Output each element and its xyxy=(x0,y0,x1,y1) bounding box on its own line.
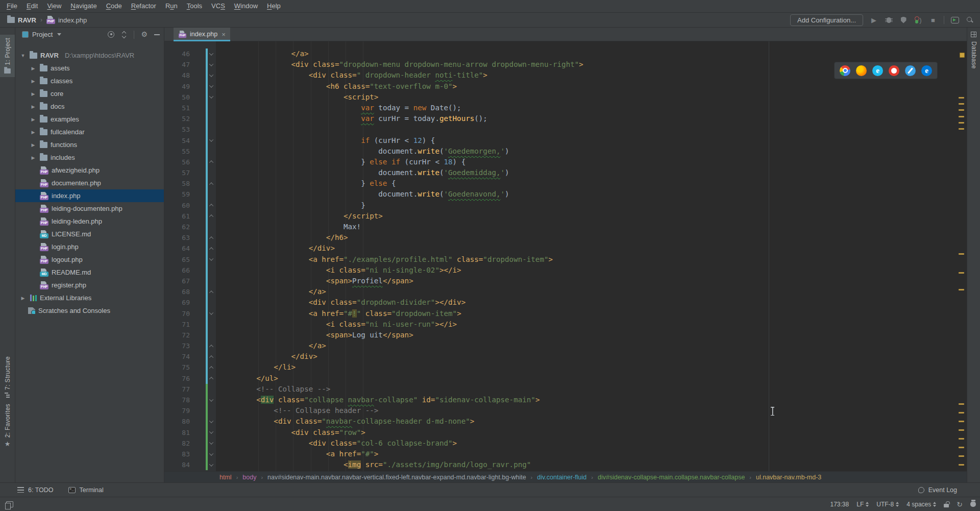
breadcrumb-file[interactable]: index.php xyxy=(58,16,87,24)
tool-window-toggle-icon[interactable] xyxy=(6,501,13,507)
menu-refactor[interactable]: Refactor xyxy=(127,0,161,12)
code-line-49[interactable]: 49 <h6 class="text-overflow m-0"> xyxy=(164,81,967,92)
readonly-lock-button[interactable] xyxy=(944,501,949,507)
breadcrumb-div[interactable]: div.container-fluid xyxy=(537,474,586,481)
warning-stripe-mark[interactable] xyxy=(959,116,964,117)
fold-marker[interactable] xyxy=(209,236,213,240)
ie-browser-icon[interactable] xyxy=(872,65,883,76)
locate-file-button[interactable] xyxy=(108,31,114,38)
fold-marker[interactable] xyxy=(209,51,213,55)
tool-button-project[interactable]: 1: Project xyxy=(0,35,15,77)
code-line-60[interactable]: 60 } xyxy=(164,200,967,211)
fold-marker[interactable] xyxy=(209,182,213,186)
tree-item-license-md[interactable]: MDLICENSE.md xyxy=(15,228,164,240)
code-line-77[interactable]: 77 <!-- Collapse --> xyxy=(164,384,967,395)
firefox-browser-icon[interactable] xyxy=(856,65,867,76)
breadcrumb-project[interactable]: RAVR xyxy=(18,16,36,24)
tree-item-leiding-leden-php[interactable]: PHPleiding-leden.php xyxy=(15,215,164,228)
warning-stripe-mark[interactable] xyxy=(959,438,964,440)
fold-marker[interactable] xyxy=(209,215,213,219)
ide-update-icon[interactable]: ↻ xyxy=(957,500,963,508)
menu-view[interactable]: View xyxy=(42,0,66,12)
code-line-51[interactable]: 51 var today = new Date(); xyxy=(164,103,967,113)
fold-marker[interactable] xyxy=(209,419,213,423)
fold-marker[interactable] xyxy=(209,247,213,251)
fold-marker[interactable] xyxy=(209,451,213,455)
tree-item-external-libraries[interactable]: ▶External Libraries xyxy=(15,291,164,304)
warning-stripe-mark[interactable] xyxy=(959,289,964,290)
fold-marker[interactable] xyxy=(209,72,213,77)
code-line-56[interactable]: 56 } else if (curHr < 18) { xyxy=(164,157,967,167)
warning-stripe-mark[interactable] xyxy=(959,464,964,466)
hide-panel-button[interactable] xyxy=(154,34,160,35)
code-line-80[interactable]: 80 <div class="navbar-collapse-header d-… xyxy=(164,416,967,427)
code-line-69[interactable]: 69 <div class="dropdown-divider"></div> xyxy=(164,297,967,308)
coverage-button[interactable] xyxy=(899,16,908,24)
fold-marker[interactable] xyxy=(209,355,213,359)
fold-marker[interactable] xyxy=(209,94,213,99)
tree-item-readme-md[interactable]: MDREADME.md xyxy=(15,266,164,279)
breadcrumb-ul[interactable]: ul.navbar-nav.mb-md-3 xyxy=(756,474,821,481)
fold-marker[interactable] xyxy=(209,441,213,445)
code-line-67[interactable]: 67 <span>Profiel</span> xyxy=(164,276,967,286)
search-everywhere-button[interactable] xyxy=(966,16,974,24)
tree-item-scratches-and-consoles[interactable]: Scratches and Consoles xyxy=(15,304,164,317)
code-line-75[interactable]: 75 </li> xyxy=(164,362,967,373)
code-line-64[interactable]: 64 </div> xyxy=(164,243,967,254)
warning-stripe-mark[interactable] xyxy=(959,429,964,431)
code-line-61[interactable]: 61 </script> xyxy=(164,211,967,222)
fold-marker[interactable] xyxy=(209,62,213,66)
code-line-54[interactable]: 54 if (curHr < 12) { xyxy=(164,135,967,146)
fold-marker[interactable] xyxy=(209,204,213,208)
tool-button-structure[interactable]: 7: Structure xyxy=(3,353,12,401)
menu-run[interactable]: Run xyxy=(161,0,182,12)
fold-marker[interactable] xyxy=(209,137,213,141)
edge-browser-icon[interactable] xyxy=(921,65,932,76)
fold-marker[interactable] xyxy=(209,377,213,381)
tree-item-fullcalendar[interactable]: ▶fullcalendar xyxy=(15,126,164,138)
menu-help[interactable]: Help xyxy=(262,0,285,12)
tree-item-ravr[interactable]: ▼RAVRD:\xampp\htdocs\RAVR xyxy=(15,49,164,62)
code-line-55[interactable]: 55 document.write('Goedemorgen,') xyxy=(164,146,967,157)
project-view-selector[interactable]: Project xyxy=(32,31,53,38)
code-line-57[interactable]: 57 document.write('Goedemiddag,') xyxy=(164,167,967,178)
event-log-button[interactable]: Event Log xyxy=(918,486,957,494)
debug-button[interactable] xyxy=(885,16,893,24)
todo-button[interactable]: 6: TODO xyxy=(17,486,54,494)
status-173-38[interactable]: 173:38 xyxy=(830,501,849,508)
fold-marker[interactable] xyxy=(209,256,213,260)
tree-item-register-php[interactable]: PHPregister.php xyxy=(15,279,164,291)
breadcrumb-div[interactable]: div#sidenav-collapse-main.collapse.navba… xyxy=(598,474,745,481)
close-icon[interactable]: × xyxy=(222,31,226,38)
run-anything-button[interactable] xyxy=(951,16,959,24)
warning-stripe-mark[interactable] xyxy=(959,272,964,274)
code-line-73[interactable]: 73 </a> xyxy=(164,340,967,351)
code-line-62[interactable]: 62 Max! xyxy=(164,222,967,232)
code-line-71[interactable]: 71 <i class="ni ni-user-run"></i> xyxy=(164,319,967,330)
status-utf-8[interactable]: UTF-8 xyxy=(876,501,899,508)
tree-item-includes[interactable]: ▶includes xyxy=(15,151,164,164)
run-button[interactable]: ▶ xyxy=(870,16,878,24)
code-editor[interactable]: 46 </a>47 <div class="dropdown-menu drop… xyxy=(164,41,967,471)
code-line-83[interactable]: 83 <a href="#"> xyxy=(164,449,967,459)
warning-stripe-mark[interactable] xyxy=(959,122,964,124)
safari-browser-icon[interactable] xyxy=(905,65,916,76)
profiler-button[interactable]: ) xyxy=(914,16,922,24)
warning-stripe-mark[interactable] xyxy=(959,109,964,111)
menu-tools[interactable]: Tools xyxy=(182,0,207,12)
fold-marker[interactable] xyxy=(209,310,213,314)
inspection-profile-button[interactable] xyxy=(970,501,976,507)
code-line-81[interactable]: 81 <div class="row"> xyxy=(164,427,967,438)
breadcrumb-html[interactable]: html xyxy=(219,474,232,481)
code-line-68[interactable]: 68 </a> xyxy=(164,286,967,297)
inspection-status-icon[interactable] xyxy=(960,53,965,58)
status-4-spaces[interactable]: 4 spaces xyxy=(906,501,936,508)
chrome-browser-icon[interactable] xyxy=(840,65,850,76)
code-line-58[interactable]: 58 } else { xyxy=(164,178,967,189)
fold-marker[interactable] xyxy=(209,429,213,433)
tree-item-documenten-php[interactable]: PHPdocumenten.php xyxy=(15,177,164,189)
code-line-70[interactable]: 70 <a href="#!" class="dropdown-item"> xyxy=(164,308,967,319)
add-configuration-button[interactable]: Add Configuration... xyxy=(790,14,863,26)
warning-stripe-mark[interactable] xyxy=(959,421,964,422)
code-line-72[interactable]: 72 <span>Log uit</span> xyxy=(164,330,967,340)
